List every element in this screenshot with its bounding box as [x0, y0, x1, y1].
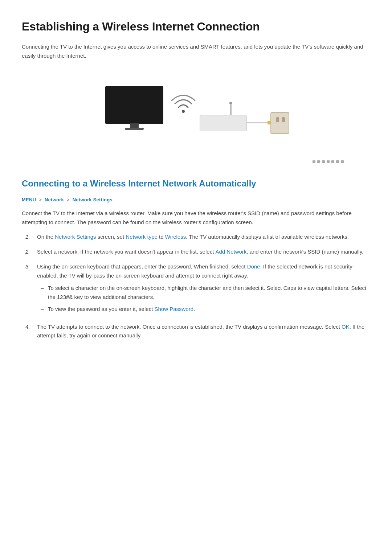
diagram-area	[22, 71, 370, 162]
intro-paragraph: Connecting the TV to the Internet gives …	[22, 42, 370, 61]
breadcrumb-sep2: >	[67, 197, 70, 202]
link-network-type: Network type	[126, 234, 158, 240]
router-light	[327, 160, 330, 163]
step-1-number: 1.	[25, 233, 37, 242]
step-3: 3. Using the on-screen keyboard that app…	[25, 262, 370, 317]
link-wireless: Wireless	[165, 234, 186, 240]
sub-bullet-1-text: To select a character on the on-screen k…	[48, 284, 370, 302]
step-3-number: 3.	[25, 262, 37, 271]
svg-point-0	[182, 110, 185, 113]
step-2-number: 2.	[25, 247, 37, 257]
section-body-text: Connect the TV to the Internet via a wir…	[22, 209, 370, 227]
router-light	[322, 160, 325, 163]
router-antenna	[230, 103, 232, 116]
link-ok: OK	[342, 324, 350, 330]
step-2-content: Select a network. If the network you wan…	[37, 247, 370, 257]
breadcrumb-network: Network	[45, 197, 64, 202]
router-light	[336, 160, 339, 163]
breadcrumb: MENU > Network > Network Settings	[22, 196, 370, 204]
breadcrumb-menu: MENU	[22, 197, 36, 202]
step-4-number: 4.	[25, 323, 37, 332]
step-3-content: Using the on-screen keyboard that appear…	[37, 262, 370, 317]
step-3-sub-bullets: – To select a character on the on-screen…	[41, 284, 370, 313]
link-network-settings: Network Settings	[55, 234, 96, 240]
socket-hole	[276, 117, 279, 122]
step-1-content: On the Network Settings screen, set Netw…	[37, 233, 370, 242]
router-light	[331, 160, 334, 163]
tv-base	[125, 128, 144, 130]
wall-socket	[270, 112, 289, 134]
breadcrumb-settings: Network Settings	[73, 197, 113, 202]
router-antenna-tip	[229, 102, 232, 104]
steps-list: 1. On the Network Settings screen, set N…	[25, 233, 370, 340]
router-lights	[313, 160, 344, 163]
sub-bullet-1: – To select a character on the on-screen…	[41, 284, 370, 302]
dash-icon: –	[41, 305, 48, 314]
link-done: Done	[247, 263, 260, 270]
step-1: 1. On the Network Settings screen, set N…	[25, 233, 370, 242]
page-title: Establishing a Wireless Internet Connect…	[22, 17, 370, 36]
step-2: 2. Select a network. If the network you …	[25, 247, 370, 257]
router-body	[200, 115, 247, 131]
step-4: 4. The TV attempts to connect to the net…	[25, 323, 370, 341]
diagram-inner	[91, 75, 301, 155]
router-light	[341, 160, 344, 163]
router-light	[313, 160, 315, 163]
step-4-content: The TV attempts to connect to the networ…	[37, 323, 370, 341]
sub-bullet-2-text: To view the password as you enter it, se…	[48, 305, 195, 314]
breadcrumb-sep1: >	[39, 197, 42, 202]
dash-icon: –	[41, 284, 48, 293]
wifi-signal-icon	[171, 91, 189, 110]
router-light	[317, 160, 320, 163]
link-show-password: Show Password	[154, 306, 193, 312]
tv-body	[105, 86, 163, 124]
section-heading: Connecting to a Wireless Internet Networ…	[22, 177, 370, 190]
sub-bullet-2: – To view the password as you enter it, …	[41, 305, 370, 314]
link-add-network: Add Network	[215, 249, 246, 255]
socket-hole	[282, 117, 285, 122]
